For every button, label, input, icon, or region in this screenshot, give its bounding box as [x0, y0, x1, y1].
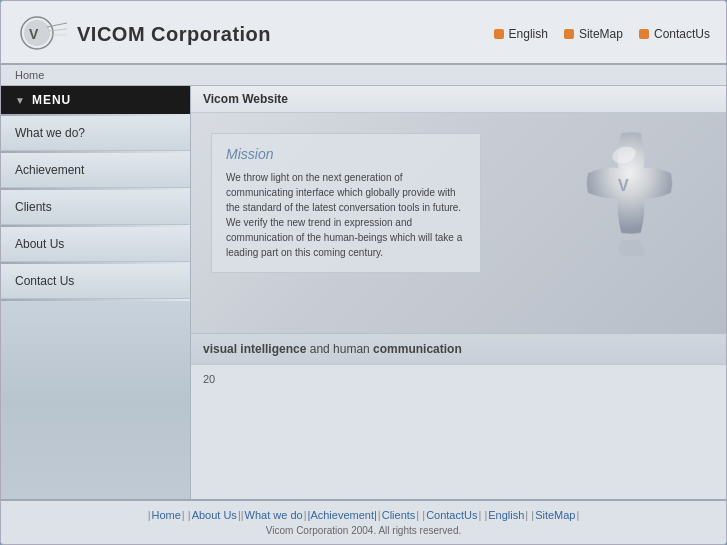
- nav-sitemap[interactable]: SiteMap: [564, 27, 623, 41]
- sep: | |: [416, 509, 425, 521]
- menu-arrow-icon: ▼: [15, 95, 26, 106]
- page-counter: 20: [203, 373, 215, 385]
- content-area: Vicom Website Mission We throw light on …: [191, 86, 726, 499]
- nav-contact-label: ContactUs: [654, 27, 710, 41]
- footer-link-about[interactable]: About Us: [192, 509, 237, 521]
- main-content: ▼ MENU What we do? Achievement Clients A…: [1, 86, 726, 499]
- sep: |: [304, 509, 307, 521]
- footer-link-achievement[interactable]: |Achievement|: [308, 509, 377, 521]
- footer-link-contactus[interactable]: ContactUs: [426, 509, 477, 521]
- sep: |: [378, 509, 381, 521]
- header: V VICOM Corporation English SiteMap Co: [1, 1, 726, 65]
- menu-header: ▼ MENU: [1, 86, 190, 114]
- footer-copyright: Vicom Corporation 2004. All rights reser…: [11, 525, 716, 536]
- sidebar-item-what-we-do[interactable]: What we do?: [1, 116, 190, 151]
- footer: | Home | | About Us || What we do | |Ach…: [1, 499, 726, 544]
- counter-section: 20: [191, 364, 726, 499]
- sidebar: ▼ MENU What we do? Achievement Clients A…: [1, 86, 191, 499]
- footer-link-english[interactable]: English: [488, 509, 524, 521]
- hero-section: Mission We throw light on the next gener…: [191, 113, 726, 333]
- footer-links: | Home | | About Us || What we do | |Ach…: [11, 509, 716, 521]
- logo-area: V VICOM Corporation: [17, 11, 494, 57]
- app-window: V VICOM Corporation English SiteMap Co: [0, 0, 727, 545]
- footer-link-sitemap[interactable]: SiteMap: [535, 509, 575, 521]
- sep: | |: [182, 509, 191, 521]
- footer-link-clients[interactable]: Clients: [382, 509, 416, 521]
- nav-english[interactable]: English: [494, 27, 548, 41]
- tagline-conjunction: and human: [306, 342, 373, 356]
- mission-text: We throw light on the next generation of…: [226, 170, 466, 260]
- nav-dot-sitemap: [564, 29, 574, 39]
- sep: ||: [238, 509, 244, 521]
- menu-label: MENU: [32, 93, 71, 107]
- nav-english-label: English: [509, 27, 548, 41]
- sidebar-item-achievement[interactable]: Achievement: [1, 153, 190, 188]
- nav-sitemap-label: SiteMap: [579, 27, 623, 41]
- tagline-plain: visual intelligence: [203, 342, 306, 356]
- footer-link-home[interactable]: Home: [152, 509, 181, 521]
- svg-text:V: V: [29, 26, 39, 42]
- svg-text:V: V: [618, 177, 629, 194]
- breadcrumb: Home: [1, 65, 726, 86]
- sep: | |: [525, 509, 534, 521]
- sidebar-item-clients[interactable]: Clients: [1, 190, 190, 225]
- footer-link-what[interactable]: What we do: [245, 509, 303, 521]
- page-title: Vicom Website: [191, 86, 726, 113]
- svg-line-4: [48, 29, 67, 31]
- mission-box: Mission We throw light on the next gener…: [211, 133, 481, 273]
- nav-dot-english: [494, 29, 504, 39]
- sidebar-bottom: [1, 301, 190, 499]
- header-nav: English SiteMap ContactUs: [494, 27, 710, 41]
- mission-title: Mission: [226, 146, 466, 162]
- nav-dot-contact: [639, 29, 649, 39]
- site-title: VICOM Corporation: [77, 23, 271, 46]
- tagline-bar: visual intelligence and human communicat…: [191, 333, 726, 364]
- sidebar-item-about-us[interactable]: About Us: [1, 227, 190, 262]
- sidebar-item-contact-us[interactable]: Contact Us: [1, 264, 190, 299]
- sep: |: [148, 509, 151, 521]
- nav-contact[interactable]: ContactUs: [639, 27, 710, 41]
- sep: |: [576, 509, 579, 521]
- sep: | |: [478, 509, 487, 521]
- logo-icon: V: [17, 11, 69, 57]
- shape-decoration: V: [566, 123, 696, 273]
- tagline-bold: communication: [373, 342, 462, 356]
